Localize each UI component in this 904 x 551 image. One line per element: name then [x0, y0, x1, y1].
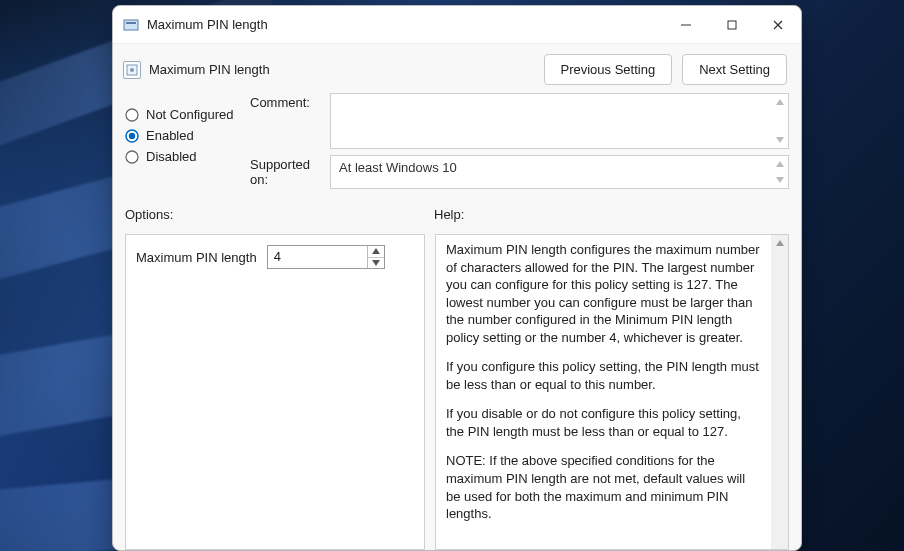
radio-off-icon: [125, 150, 139, 164]
help-text: Maximum PIN length configures the maximu…: [436, 235, 771, 549]
radio-off-icon: [125, 108, 139, 122]
policy-title: Maximum PIN length: [149, 62, 270, 77]
svg-point-8: [126, 109, 138, 121]
supported-label: Supported on:: [250, 155, 330, 189]
svg-rect-3: [728, 21, 736, 29]
scroll-up-icon[interactable]: [773, 157, 787, 171]
comment-textbox[interactable]: [330, 93, 789, 149]
svg-rect-0: [124, 20, 138, 30]
titlebar[interactable]: Maximum PIN length: [113, 6, 801, 44]
options-section-label: Options:: [125, 207, 434, 222]
radio-enabled[interactable]: Enabled: [125, 128, 250, 143]
svg-marker-15: [776, 177, 784, 183]
svg-marker-14: [776, 161, 784, 167]
help-paragraph: If you configure this policy setting, th…: [446, 358, 761, 393]
radio-label: Not Configured: [146, 107, 233, 122]
spinner-up-button[interactable]: [368, 246, 384, 258]
supported-textbox: At least Windows 10: [330, 155, 789, 189]
comment-label: Comment:: [250, 93, 330, 149]
previous-setting-button[interactable]: Previous Setting: [544, 54, 673, 85]
scroll-up-icon[interactable]: [771, 235, 788, 251]
radio-on-icon: [125, 129, 139, 143]
radio-label: Enabled: [146, 128, 194, 143]
radio-disabled[interactable]: Disabled: [125, 149, 250, 164]
maximize-button[interactable]: [709, 6, 755, 44]
supported-value: At least Windows 10: [331, 156, 788, 179]
close-button[interactable]: [755, 6, 801, 44]
options-panel: Maximum PIN length 4: [125, 234, 425, 550]
option-item-label: Maximum PIN length: [136, 250, 257, 265]
scroll-down-icon[interactable]: [773, 133, 787, 147]
help-paragraph: If you disable or do not configure this …: [446, 405, 761, 440]
radio-not-configured[interactable]: Not Configured: [125, 107, 250, 122]
svg-marker-17: [372, 260, 380, 266]
svg-marker-13: [776, 137, 784, 143]
spinner-value[interactable]: 4: [268, 246, 367, 268]
svg-point-11: [126, 151, 138, 163]
comment-value: [331, 94, 788, 102]
svg-marker-18: [776, 240, 784, 246]
help-paragraph: Maximum PIN length configures the maximu…: [446, 241, 761, 346]
policy-dialog-window: Maximum PIN length Maximum PIN length Pr…: [112, 5, 802, 551]
scroll-down-icon[interactable]: [773, 173, 787, 187]
policy-icon: [123, 61, 141, 79]
help-paragraph: NOTE: If the above specified conditions …: [446, 452, 761, 522]
svg-rect-1: [126, 22, 136, 24]
svg-point-10: [129, 132, 135, 138]
scroll-up-icon[interactable]: [773, 95, 787, 109]
next-setting-button[interactable]: Next Setting: [682, 54, 787, 85]
window-title: Maximum PIN length: [147, 17, 268, 32]
minimize-button[interactable]: [663, 6, 709, 44]
spinner-down-button[interactable]: [368, 258, 384, 269]
svg-marker-12: [776, 99, 784, 105]
svg-marker-16: [372, 248, 380, 254]
app-icon: [123, 17, 139, 33]
max-pin-length-spinner[interactable]: 4: [267, 245, 385, 269]
help-scrollbar[interactable]: [771, 235, 788, 549]
help-section-label: Help:: [434, 207, 464, 222]
svg-point-7: [130, 68, 134, 72]
help-panel: Maximum PIN length configures the maximu…: [435, 234, 789, 550]
radio-label: Disabled: [146, 149, 197, 164]
